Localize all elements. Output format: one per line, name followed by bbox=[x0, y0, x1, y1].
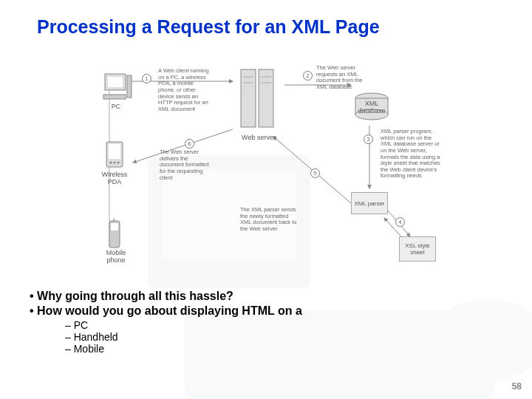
svg-rect-24 bbox=[241, 69, 256, 127]
page-number: 58 bbox=[512, 381, 522, 392]
bullet-q1: Why going through all this hassle? bbox=[30, 290, 302, 303]
webserver-icon bbox=[236, 66, 281, 136]
svg-rect-14 bbox=[127, 75, 132, 98]
phone-label: Mobile phone bbox=[98, 250, 134, 265]
svg-rect-15 bbox=[103, 95, 126, 99]
caption-3: XML parser program, which can run on the… bbox=[381, 129, 441, 180]
svg-point-18 bbox=[110, 162, 112, 164]
slide-title: Processing a Request for an XML Page bbox=[37, 16, 380, 38]
phone-icon bbox=[108, 218, 123, 252]
svg-rect-17 bbox=[109, 144, 120, 159]
svg-rect-25 bbox=[259, 69, 273, 127]
step-4: 4 bbox=[395, 217, 405, 227]
pc-label: PC bbox=[105, 103, 127, 111]
step-2: 2 bbox=[303, 71, 313, 81]
step-1: 1 bbox=[142, 74, 151, 83]
step-5: 5 bbox=[310, 168, 320, 178]
caption-2: The Web server requests an XML document … bbox=[316, 65, 368, 91]
xmldb-label: XML database bbox=[355, 100, 389, 115]
svg-point-20 bbox=[117, 162, 120, 164]
svg-rect-22 bbox=[111, 223, 118, 231]
pda-label: Wireless PDA bbox=[96, 171, 133, 186]
sub-pc: PC bbox=[65, 319, 302, 331]
caption-1: A Web client running on a PC, a wireless… bbox=[158, 68, 211, 112]
bullet-list: Why going through all this hassle? How w… bbox=[30, 290, 302, 355]
xml-flow-diagram: PC Wireless PDA Mobile phone Web server … bbox=[89, 52, 443, 273]
sub-handheld: Handheld bbox=[65, 331, 302, 343]
bullet-q2: How would you go about displaying HTML o… bbox=[30, 304, 302, 318]
sub-mobile: Mobile bbox=[65, 343, 302, 355]
svg-rect-13 bbox=[108, 77, 123, 87]
xsl-box: XSL style sheet bbox=[399, 236, 436, 262]
caption-5: The XML parser sends the newly formatted… bbox=[240, 207, 298, 233]
caption-6: The Web server delivers the document for… bbox=[160, 149, 211, 181]
step-3: 3 bbox=[364, 134, 373, 144]
pda-icon bbox=[103, 140, 126, 173]
webserver-label: Web server bbox=[240, 134, 277, 142]
pc-icon bbox=[102, 72, 133, 105]
svg-point-19 bbox=[114, 162, 116, 164]
step-6: 6 bbox=[185, 139, 194, 149]
xmlparser-box: XML parser bbox=[351, 192, 388, 214]
